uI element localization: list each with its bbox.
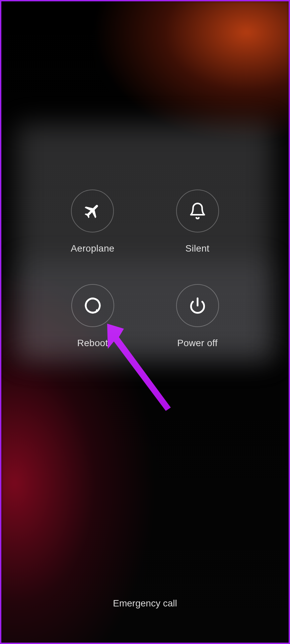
emergency-call-button[interactable]: Emergency call	[0, 598, 290, 609]
aeroplane-label: Aeroplane	[71, 243, 114, 254]
power-menu: Aeroplane Silent Reboot	[0, 190, 290, 348]
power-icon	[176, 284, 219, 327]
bell-icon	[176, 190, 219, 232]
power-off-label: Power off	[177, 338, 217, 348]
silent-label: Silent	[186, 243, 210, 254]
silent-button[interactable]: Silent	[176, 190, 219, 254]
power-off-button[interactable]: Power off	[176, 284, 219, 348]
reboot-button[interactable]: Reboot	[71, 284, 114, 348]
reboot-label: Reboot	[77, 338, 108, 348]
aeroplane-button[interactable]: Aeroplane	[71, 190, 114, 254]
svg-point-0	[83, 296, 102, 315]
restart-icon	[71, 284, 114, 327]
airplane-icon	[71, 190, 114, 232]
